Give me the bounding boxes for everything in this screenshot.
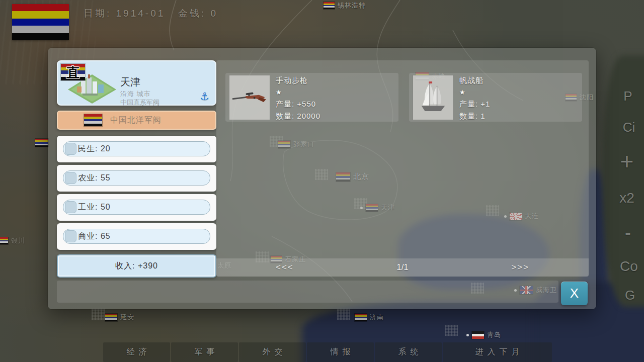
map-control-p[interactable]: P (617, 88, 639, 104)
date-display: 日期: 1914-01 (84, 7, 165, 20)
five-color-flag-icon (355, 314, 367, 321)
faction-button-label: 中国北洋军阀 (110, 115, 162, 126)
zhili-faction-flag-icon: 直 (61, 64, 85, 80)
zoom-out-button[interactable]: - (617, 222, 639, 243)
stat-row-agriculture: 农业: 55 (57, 165, 216, 192)
page-indicator: 1/1 (396, 262, 409, 273)
nav-diplomacy-button[interactable]: 外交 (239, 342, 306, 362)
stat-text: 民生: 20 (78, 144, 111, 154)
bar-handle (65, 143, 76, 155)
bottom-nav: 经济 军事 外交 情报 系统 进入下月 (0, 342, 644, 362)
item-name: 手动步枪 (276, 76, 320, 85)
map-label-text: 银川 (11, 236, 25, 245)
nav-economy-button[interactable]: 经济 (103, 342, 170, 362)
city-dialog: 直 天津 沿海 城市 中国直系军阀 ⚓ 中国北洋军阀 (48, 48, 596, 309)
zoom-in-button[interactable]: + (616, 148, 638, 175)
five-color-flag-icon (35, 139, 48, 147)
map-label-text: 延安 (120, 313, 134, 322)
map-label-jinan[interactable]: 济南 (355, 313, 384, 322)
five-color-flag-icon (0, 237, 8, 244)
stat-text: 商业: 65 (78, 231, 111, 242)
map-label-yanan[interactable]: 延安 (105, 313, 134, 322)
city-sprite (337, 309, 350, 320)
income-button[interactable]: 收入: +390 (57, 254, 216, 278)
money-display: 金钱: 0 (178, 7, 218, 20)
five-color-flag-icon (84, 114, 102, 126)
pagination-bar: <<< 1/1 >>> (216, 258, 589, 277)
city-sprite (92, 309, 105, 320)
nav-system-button[interactable]: 系统 (375, 342, 442, 362)
bar-handle (65, 201, 76, 213)
production-item-sailship[interactable]: 帆战船 ★ 产量: +1 数量: 1 (409, 73, 582, 122)
industry-bar: 工业: 50 (63, 200, 210, 215)
player-faction-flag[interactable] (12, 4, 69, 40)
rifle-icon (229, 75, 270, 120)
item-quantity: 数量: 1 (459, 112, 490, 121)
bar-handle (65, 172, 76, 184)
close-button[interactable]: X (561, 282, 588, 305)
production-panel: 手动步枪 ★ 产量: +550 数量: 20000 (216, 60, 589, 277)
map-control-ci[interactable]: Ci (618, 120, 640, 135)
speed-x2-button[interactable]: x2 (616, 190, 638, 206)
prev-page-button[interactable]: <<< (276, 262, 294, 273)
city-name: 天津 (120, 75, 140, 89)
city-owner: 中国直系军阀 (120, 98, 159, 107)
map-label-partial[interactable] (35, 139, 48, 147)
city-dot (466, 334, 469, 336)
five-color-flag-icon (105, 314, 117, 321)
stat-row-industry: 工业: 50 (57, 194, 216, 221)
city-info-card[interactable]: 直 天津 沿海 城市 中国直系军阀 ⚓ (57, 60, 216, 106)
anchor-icon: ⚓ (200, 90, 209, 103)
top-bar: 日期: 1914-01 金钱: 0 (0, 0, 644, 44)
map-control-co[interactable]: Co (618, 258, 640, 275)
city-sprite (445, 325, 458, 336)
map-label-qingdao[interactable]: 青岛 (466, 330, 501, 339)
map-control-g[interactable]: G (619, 288, 641, 303)
stat-row-livelihood: 民生: 20 (57, 136, 216, 162)
dialog-bottom-strip (57, 281, 558, 303)
map-label-yinchuan[interactable]: 银川 (0, 236, 25, 245)
production-item-rifle[interactable]: 手动步枪 ★ 产量: +550 数量: 20000 (225, 73, 398, 122)
star-rating: ★ (459, 88, 490, 96)
agriculture-bar: 农业: 55 (63, 170, 210, 186)
stat-text: 农业: 55 (78, 173, 111, 184)
game-screen: 锡林浩特 沈阳 赤峰 张家口 北京 天津 大连 石 (0, 0, 644, 362)
next-page-button[interactable]: >>> (511, 262, 529, 273)
item-name: 帆战船 (459, 76, 490, 85)
nav-military-button[interactable]: 军事 (171, 342, 238, 362)
city-type: 沿海 城市 (120, 89, 151, 99)
german-flag-icon (472, 331, 484, 339)
item-quantity: 数量: 20000 (276, 112, 320, 121)
nav-intel-button[interactable]: 情报 (307, 342, 374, 362)
faction-character: 直 (66, 66, 79, 79)
stat-text: 工业: 50 (78, 202, 111, 213)
faction-button[interactable]: 中国北洋军阀 (57, 111, 216, 130)
commerce-bar: 商业: 65 (63, 229, 210, 244)
star-rating: ★ (276, 88, 320, 96)
item-production: 产量: +1 (459, 100, 490, 109)
next-month-button[interactable]: 进入下月 (443, 342, 552, 362)
item-production: 产量: +550 (276, 100, 320, 109)
map-label-text: 青岛 (487, 330, 501, 339)
livelihood-bar: 民生: 20 (63, 141, 210, 156)
stat-row-commerce: 商业: 65 (57, 223, 216, 250)
map-label-text: 济南 (370, 313, 384, 322)
bar-handle (65, 230, 76, 242)
sailship-icon (413, 75, 453, 120)
